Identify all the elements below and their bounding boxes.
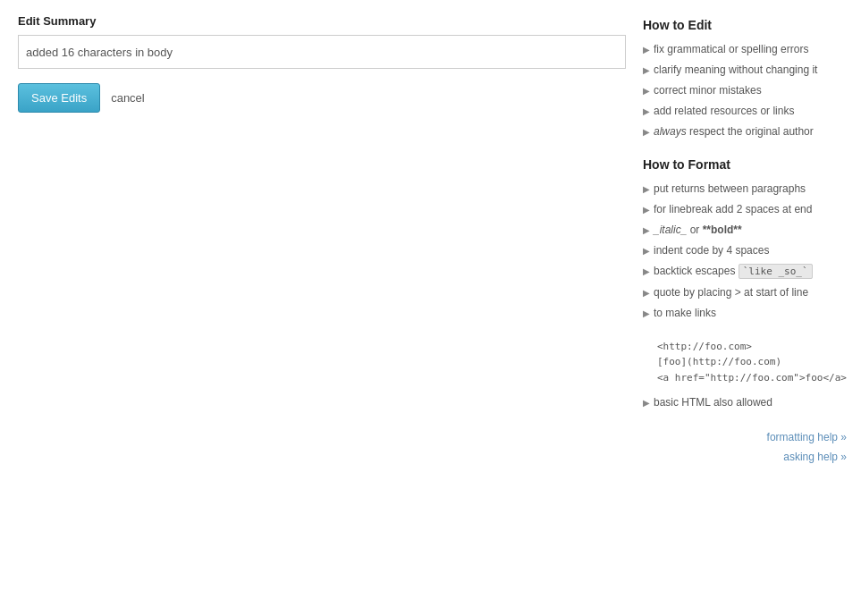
- list-item-text: backtick escapes `like _so_`: [654, 263, 813, 280]
- list-item-text: _italic_ or **bold**: [654, 222, 742, 238]
- list-item-text: indent code by 4 spaces: [654, 242, 769, 258]
- list-item-text: basic HTML also allowed: [654, 394, 772, 410]
- list-item: ▶ quote by placing > at start of line: [643, 284, 847, 300]
- basic-html-list: ▶ basic HTML also allowed: [643, 394, 847, 410]
- list-item-text: quote by placing > at start of line: [654, 284, 808, 300]
- bullet-arrow: ▶: [643, 307, 650, 320]
- list-item: ▶ basic HTML also allowed: [643, 394, 847, 410]
- italic-text: always: [654, 125, 687, 138]
- formatting-help-link[interactable]: formatting help »: [643, 428, 847, 448]
- bullet-arrow: ▶: [643, 182, 650, 196]
- list-item-text: for linebreak add 2 spaces at end: [654, 201, 812, 217]
- list-item-text: fix grammatical or spelling errors: [654, 41, 808, 57]
- list-item: ▶ backtick escapes `like _so_`: [643, 263, 847, 280]
- list-item: ▶ for linebreak add 2 spaces at end: [643, 201, 847, 217]
- save-button[interactable]: Save Edits: [18, 83, 100, 113]
- cancel-link[interactable]: cancel: [111, 91, 145, 105]
- bullet-arrow: ▶: [643, 84, 650, 97]
- code-block: <http://foo.com> [foo](http://foo.com) <…: [657, 339, 847, 386]
- list-item-text: always respect the original author: [654, 123, 814, 139]
- how-to-edit-title: How to Edit: [643, 18, 847, 32]
- bold-text: **bold**: [703, 224, 742, 236]
- italic-text: _italic_: [654, 224, 687, 236]
- bullet-arrow: ▶: [643, 244, 650, 257]
- how-to-format-title: How to Format: [643, 157, 847, 172]
- asking-help-link[interactable]: asking help »: [643, 448, 847, 468]
- list-item: ▶ always respect the original author: [643, 123, 847, 139]
- list-item-text: add related resources or links: [654, 103, 794, 119]
- bullet-arrow: ▶: [643, 105, 650, 118]
- bullet-arrow: ▶: [643, 125, 650, 139]
- bullet-arrow: ▶: [643, 43, 650, 56]
- help-sidebar: How to Edit ▶ fix grammatical or spellin…: [629, 9, 861, 476]
- list-item-text: put returns between paragraphs: [654, 181, 806, 197]
- bullet-arrow: ▶: [643, 203, 650, 216]
- code-inline: `like _so_`: [739, 264, 813, 279]
- list-item: ▶ correct minor mistakes: [643, 82, 847, 98]
- list-item: ▶ to make links: [643, 305, 847, 321]
- list-item: ▶ indent code by 4 spaces: [643, 242, 847, 258]
- list-item: ▶ _italic_ or **bold**: [643, 222, 847, 238]
- also-allowed-text: also allowed: [713, 396, 772, 409]
- list-item-text: to make links: [654, 305, 716, 321]
- edit-summary-label: Edit Summary: [18, 14, 608, 28]
- list-item: ▶ put returns between paragraphs: [643, 181, 847, 197]
- edit-summary-input[interactable]: [18, 35, 626, 69]
- main-edit-area: Edit Summary Save Edits cancel: [0, 0, 626, 127]
- bullet-arrow: ▶: [643, 265, 650, 278]
- list-item-text: correct minor mistakes: [654, 82, 762, 98]
- bullet-arrow: ▶: [643, 286, 650, 300]
- list-item: ▶ add related resources or links: [643, 103, 847, 119]
- button-row: Save Edits cancel: [18, 83, 608, 113]
- list-item-text: clarify meaning without changing it: [654, 62, 817, 78]
- list-item: ▶ clarify meaning without changing it: [643, 62, 847, 78]
- list-item: ▶ fix grammatical or spelling errors: [643, 41, 847, 57]
- how-to-edit-list: ▶ fix grammatical or spelling errors ▶ c…: [643, 41, 847, 139]
- bullet-arrow: ▶: [643, 224, 650, 237]
- sidebar-footer-links: formatting help » asking help »: [643, 428, 847, 467]
- bullet-arrow: ▶: [643, 396, 650, 409]
- how-to-format-list: ▶ put returns between paragraphs ▶ for l…: [643, 181, 847, 321]
- bullet-arrow: ▶: [643, 63, 650, 77]
